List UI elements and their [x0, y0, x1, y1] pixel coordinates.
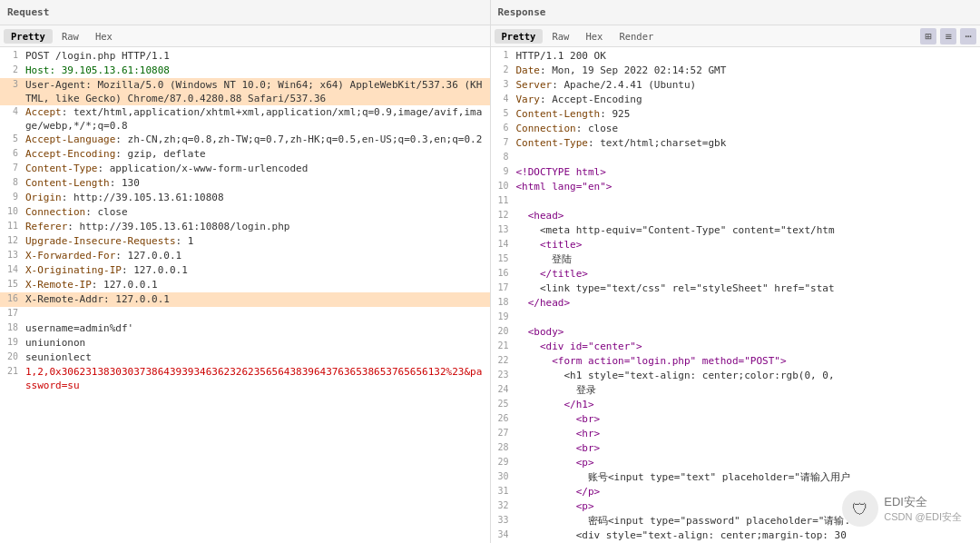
request-panel: Pretty Raw Hex 1POST /login.php HTTP/1.1…: [0, 25, 491, 543]
line: 22 <form action="login.php" method="POST…: [491, 354, 981, 369]
line-number: 26: [495, 412, 516, 423]
tab-response-raw[interactable]: Raw: [544, 29, 576, 44]
watermark-brand: EDI安全: [884, 494, 962, 510]
line: 10Connection: close: [0, 205, 490, 220]
line-text: <br>: [516, 412, 977, 426]
line: 25 </h1>: [491, 398, 981, 412]
line-number: 31: [495, 485, 516, 496]
line-text: 登陆: [516, 252, 977, 266]
line: 20seunionlect: [0, 350, 490, 365]
line: 211,2,0x30623138303037386439393463623262…: [0, 365, 490, 392]
line: 6Accept-Encoding: gzip, deflate: [0, 147, 490, 162]
line-number: 15: [495, 252, 516, 263]
tab-request-hex[interactable]: Hex: [88, 29, 120, 44]
line-text: <div style="text-align: center;margin-to…: [516, 528, 977, 542]
line-number: 10: [4, 205, 25, 216]
line-text: Accept-Language: zh-CN,zh;q=0.8,zh-TW;q=…: [25, 133, 486, 146]
line-number: 20: [495, 325, 516, 336]
line-text: X-Forwarded-For: 127.0.0.1: [25, 249, 486, 262]
line: 27 <hr>: [491, 427, 981, 441]
response-header: Response: [491, 0, 981, 25]
line-number: 17: [495, 281, 516, 292]
line-number: 4: [4, 105, 25, 116]
line: 1POST /login.php HTTP/1.1: [0, 49, 490, 64]
line: 9Origin: http://39.105.13.61:10808: [0, 191, 490, 205]
line: 20 <body>: [491, 325, 981, 340]
line: 29 <p>: [491, 456, 981, 470]
line: 18 </head>: [491, 296, 981, 311]
line-number: 13: [495, 223, 516, 234]
line-text: <title>: [516, 238, 977, 252]
line: 18username=admin%df': [0, 321, 490, 336]
line: 34 <div style="text-align: center;margin…: [491, 528, 981, 543]
line: 7Content-Type: application/x-www-form-ur…: [0, 162, 490, 176]
tab-response-hex[interactable]: Hex: [578, 29, 610, 44]
tab-response-render[interactable]: Render: [612, 29, 661, 44]
panels: Pretty Raw Hex 1POST /login.php HTTP/1.1…: [0, 25, 980, 543]
line: 26 <br>: [491, 412, 981, 427]
line-text: Content-Length: 925: [516, 107, 977, 121]
request-tabs: Pretty Raw Hex: [0, 25, 490, 47]
line-text: <p>: [516, 456, 977, 469]
line: 2Date: Mon, 19 Sep 2022 02:14:52 GMT: [491, 64, 981, 78]
line-number: 3: [495, 78, 516, 89]
line-number: 15: [4, 278, 25, 289]
line-text: uniunionon: [25, 336, 486, 350]
line-text: Content-Type: application/x-www-form-url…: [25, 162, 486, 175]
line-text: <html lang="en">: [516, 180, 977, 193]
line-number: 8: [4, 176, 25, 187]
line: 11: [491, 194, 981, 209]
line: 24 登录: [491, 383, 981, 398]
line-text: </head>: [516, 296, 977, 310]
line-number: 13: [4, 249, 25, 260]
line: 21 <div id="center">: [491, 340, 981, 354]
line: 6Connection: close: [491, 122, 981, 136]
line: 17 <link type="text/css" rel="styleSheet…: [491, 281, 981, 296]
line-text: Content-Length: 130: [25, 176, 486, 190]
line-text: <head>: [516, 209, 977, 222]
line-number: 28: [495, 441, 516, 452]
line-text: 登录: [516, 383, 977, 397]
line-number: 8: [495, 151, 516, 162]
icon-grid[interactable]: ⊞: [920, 28, 936, 44]
tab-response-pretty[interactable]: Pretty: [495, 29, 544, 44]
watermark: 🛡 EDI安全 CSDN @EDI安全: [842, 490, 962, 527]
line-number: 7: [4, 162, 25, 173]
line-number: 29: [495, 456, 516, 467]
line-text: User-Agent: Mozilla/5.0 (Windows NT 10.0…: [25, 78, 486, 105]
line: 23 <h1 style="text-align: center;color:r…: [491, 369, 981, 383]
response-content: 1HTTP/1.1 200 OK2Date: Mon, 19 Sep 2022 …: [491, 47, 981, 543]
line: 8Content-Length: 130: [0, 176, 490, 191]
line-number: 1: [495, 49, 516, 60]
line-text: Referer: http://39.105.13.61:10808/login…: [25, 220, 486, 233]
line-number: 2: [4, 64, 25, 74]
line-text: Server: Apache/2.4.41 (Ubuntu): [516, 78, 977, 92]
line: 3User-Agent: Mozilla/5.0 (Windows NT 10.…: [0, 78, 490, 105]
line: 16 </title>: [491, 267, 981, 281]
line-text: Content-Type: text/html;charset=gbk: [516, 136, 977, 150]
line: 19: [491, 311, 981, 325]
line: 13 <meta http-equiv="Content-Type" conte…: [491, 223, 981, 238]
line-number: 16: [4, 292, 25, 303]
line-text: Upgrade-Insecure-Requests: 1: [25, 234, 486, 248]
line-number: 10: [495, 180, 516, 191]
icon-dots[interactable]: ⋯: [960, 28, 976, 44]
icon-lines[interactable]: ≡: [940, 28, 956, 44]
top-bar: Request Response: [0, 0, 980, 25]
line-number: 3: [4, 78, 25, 89]
line-number: 18: [4, 321, 25, 332]
line-number: 32: [495, 499, 516, 510]
tab-request-pretty[interactable]: Pretty: [4, 29, 53, 44]
line-text: Date: Mon, 19 Sep 2022 02:14:52 GMT: [516, 64, 977, 77]
line-number: 11: [495, 194, 516, 205]
line: 3Server: Apache/2.4.41 (Ubuntu): [491, 78, 981, 93]
line-number: 21: [4, 365, 25, 376]
line: 5Accept-Language: zh-CN,zh;q=0.8,zh-TW;q…: [0, 133, 490, 147]
line: 15X-Remote-IP: 127.0.0.1: [0, 278, 490, 292]
tab-request-raw[interactable]: Raw: [54, 29, 86, 44]
line-text: Connection: close: [25, 205, 486, 219]
line: 4Accept: text/html,application/xhtml+xml…: [0, 105, 490, 133]
line: 28 <br>: [491, 441, 981, 456]
line-number: 19: [4, 336, 25, 347]
line-number: 24: [495, 383, 516, 394]
